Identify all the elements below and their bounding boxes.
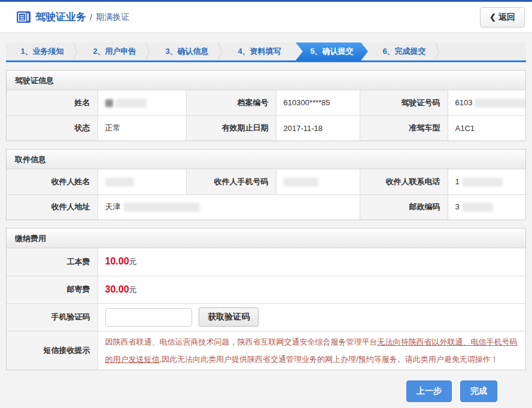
license-info-title: 驾驶证信息 <box>7 71 525 90</box>
breadcrumb-divider: / <box>90 12 92 22</box>
status-value: 正常 <box>98 115 186 141</box>
step-bar-filler <box>440 42 526 60</box>
production-fee-label: 工本费 <box>7 248 98 276</box>
recipient-mobile-label: 收件人手机号码 <box>186 169 276 194</box>
page-header: 驾驶证业务 / 期满换证 ❮ 返回 <box>0 2 532 33</box>
redacted-blur <box>284 178 318 187</box>
file-number-value: 610300****85 <box>276 90 360 115</box>
license-info-table: 姓名 档案编号 610300****85 驾驶证号码 6103 状态 正常 有效… <box>7 90 525 141</box>
expiry-date-label: 有效期止日期 <box>186 115 276 141</box>
file-number-label: 档案编号 <box>186 90 276 115</box>
recipient-name-label: 收件人姓名 <box>7 169 98 194</box>
table-row: 收件人姓名 收件人手机号码 收件人联系电话 1 <box>7 169 525 194</box>
back-chevron-icon: ❮ <box>490 13 496 22</box>
pickup-info-title: 取件信息 <box>7 150 525 169</box>
table-row: 状态 正常 有效期止日期 2017-11-18 准驾车型 A1C1 <box>7 115 525 141</box>
redacted-blur <box>115 99 147 108</box>
steps-underline <box>6 60 526 62</box>
redacted-blur <box>105 178 134 187</box>
recipient-address-label: 收件人地址 <box>7 194 98 220</box>
license-number-label: 驾驶证号码 <box>360 90 448 115</box>
sms-code-label: 手机验证码 <box>7 303 98 331</box>
redacted-blur <box>105 99 113 107</box>
recipient-mobile-value <box>276 169 360 194</box>
footer-actions: 上一步 完成 <box>0 370 532 402</box>
back-button[interactable]: ❮ 返回 <box>480 7 525 28</box>
production-fee-amount: 10.00 <box>105 256 129 266</box>
vehicle-class-label: 准驾车型 <box>360 115 448 141</box>
page-title: 驾驶证业务 <box>35 10 86 24</box>
redacted-blur <box>462 178 503 187</box>
license-info-panel: 驾驶证信息 姓名 档案编号 610300****85 驾驶证号码 6103 状态… <box>6 70 526 141</box>
redacted-blur <box>123 203 200 212</box>
get-code-button[interactable]: 获取验证码 <box>199 307 259 327</box>
table-row: 工本费 10.00元 <box>7 248 525 276</box>
step-3-confirm-info[interactable]: 3、确认信息 <box>151 42 223 60</box>
mailing-fee-unit: 元 <box>129 285 137 294</box>
step-4-fill-info[interactable]: 4、资料填写 <box>223 42 296 60</box>
recipient-name-value <box>98 169 186 194</box>
mailing-fee-value: 30.00元 <box>98 276 525 303</box>
redacted-blur <box>462 203 493 212</box>
step-1-business-notice[interactable]: 1、业务须知 <box>6 42 78 60</box>
step-6-complete-submit[interactable]: 6、完成提交 <box>368 42 440 60</box>
fees-table: 工本费 10.00元 邮寄费 30.00元 手机验证码 获取验证码 短信接收提示… <box>7 248 525 370</box>
step-progress-bar: 1、业务须知 2、用户申告 3、确认信息 4、资料填写 5、确认提交 6、完成提… <box>6 42 526 62</box>
fees-panel: 缴纳费用 工本费 10.00元 邮寄费 30.00元 手机验证码 获取验证码 短… <box>6 228 526 370</box>
postal-code-label: 邮政编码 <box>360 194 448 220</box>
sms-notice-text: 因陕西省联通、电信运营商技术问题，陕西省互联网交通安全综合服务管理平台无法向持陕… <box>105 331 519 370</box>
name-label: 姓名 <box>7 90 98 115</box>
sms-notice-cell: 因陕西省联通、电信运营商技术问题，陕西省互联网交通安全综合服务管理平台无法向持陕… <box>98 331 525 370</box>
recipient-phone-value: 1 <box>448 169 525 194</box>
recipient-address-value: 天津 <box>98 194 360 220</box>
expiry-date-value: 2017-11-18 <box>276 115 360 141</box>
postal-code-value: 3 <box>448 194 525 220</box>
step-5-confirm-submit-active[interactable]: 5、确认提交 <box>296 42 368 60</box>
vehicle-class-value: A1C1 <box>448 115 525 141</box>
previous-step-button[interactable]: 上一步 <box>406 380 452 402</box>
step-2-user-declaration[interactable]: 2、用户申告 <box>78 42 151 60</box>
recipient-phone-label: 收件人联系电话 <box>360 169 448 194</box>
sms-code-cell: 获取验证码 <box>98 303 525 331</box>
pickup-info-table: 收件人姓名 收件人手机号码 收件人联系电话 1 收件人地址 天津 邮政编码 3 <box>7 169 525 220</box>
finish-button[interactable]: 完成 <box>460 380 497 402</box>
table-row: 收件人地址 天津 邮政编码 3 <box>7 194 525 220</box>
table-row: 邮寄费 30.00元 <box>7 276 525 303</box>
back-button-label: 返回 <box>498 12 515 23</box>
sms-code-input[interactable] <box>105 308 192 327</box>
status-label: 状态 <box>7 115 98 141</box>
license-business-icon <box>17 11 31 23</box>
sms-notice-label: 短信接收提示 <box>7 331 98 370</box>
production-fee-value: 10.00元 <box>98 248 525 276</box>
mailing-fee-amount: 30.00 <box>105 284 129 294</box>
name-value <box>98 90 186 115</box>
breadcrumb-current: 期满换证 <box>96 12 129 23</box>
mailing-fee-label: 邮寄费 <box>7 276 98 303</box>
table-row: 手机验证码 获取验证码 <box>7 303 525 331</box>
license-number-value: 6103 <box>448 90 525 115</box>
table-row: 短信接收提示 因陕西省联通、电信运营商技术问题，陕西省互联网交通安全综合服务管理… <box>7 331 525 370</box>
pickup-info-panel: 取件信息 收件人姓名 收件人手机号码 收件人联系电话 1 收件人地址 天津 邮政… <box>6 149 526 220</box>
fees-title: 缴纳费用 <box>7 229 525 248</box>
table-row: 姓名 档案编号 610300****85 驾驶证号码 6103 <box>7 90 525 115</box>
redacted-blur <box>475 99 525 108</box>
production-fee-unit: 元 <box>129 257 137 266</box>
